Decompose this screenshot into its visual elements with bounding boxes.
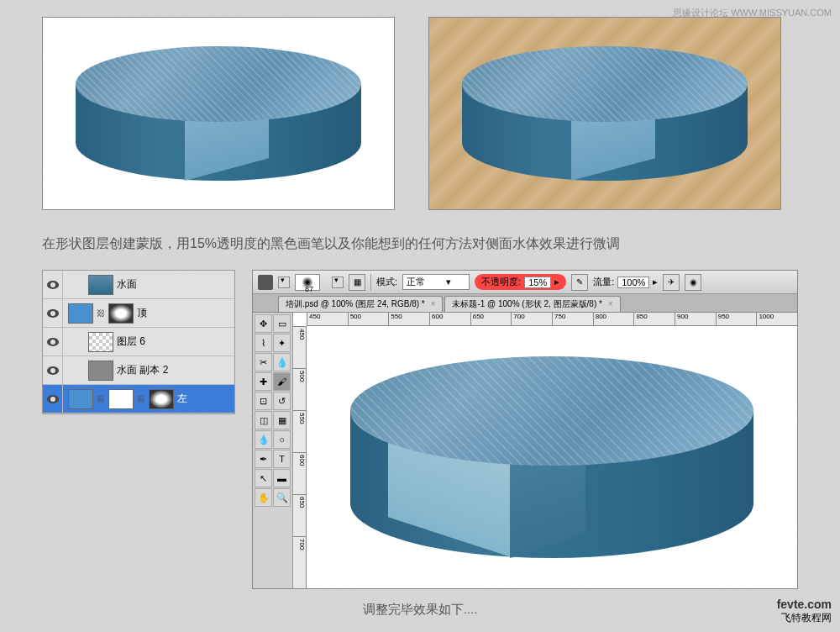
layers-panel: 水面 ⛓ 顶 图层 6 水面 副本 2 — [42, 270, 235, 414]
zoom-tool[interactable]: 🔍 — [273, 488, 291, 507]
fx-thumbnail[interactable] — [108, 303, 134, 324]
brush-dropdown[interactable] — [332, 276, 344, 288]
options-bar: 87 ▦ 模式: 正常 ▾ 不透明度: 15% ▸ ✎ 流量: 100% ▸ ✈… — [253, 271, 797, 294]
example-images-row — [0, 0, 840, 219]
brush-panel-toggle[interactable]: ▦ — [349, 274, 365, 291]
path-tool[interactable]: ↖ — [255, 469, 272, 487]
layer-thumbnail[interactable] — [88, 275, 113, 295]
link-icon: ⛓ — [97, 308, 105, 318]
tools-panel: ✥ ▭ ⌇ ✦ ✂ 💧 ✚ 🖌 ⊡ ↺ ◫ ▦ 💧 ○ ✒ T ↖ ▬ ✋ 🔍 — [253, 313, 293, 588]
layer-row[interactable]: 水面 副本 2 — [43, 356, 234, 385]
tool-preset-dropdown[interactable] — [278, 276, 290, 288]
bottom-caption: 调整完毕效果如下.... — [0, 589, 840, 618]
opacity-value[interactable]: 15% — [524, 276, 551, 288]
pressure-opacity-icon[interactable]: ✎ — [571, 274, 588, 291]
watermark-bottom: fevte.com 飞特教程网 — [777, 598, 832, 625]
dropdown-arrow-icon[interactable]: ▸ — [653, 276, 658, 287]
layer-thumbnail[interactable] — [88, 332, 113, 352]
type-tool[interactable]: T — [273, 450, 291, 468]
water-cylinder-artwork — [350, 356, 753, 558]
healing-tool[interactable]: ✚ — [255, 372, 272, 391]
pressure-size-icon[interactable]: ◉ — [685, 274, 701, 291]
visibility-eye-icon[interactable] — [47, 366, 59, 375]
opacity-control-highlighted[interactable]: 不透明度: 15% ▸ — [475, 274, 566, 290]
dropdown-arrow-icon[interactable]: ▸ — [554, 276, 559, 287]
horizontal-ruler: 450500550 600650700 750800850 9009501000 — [307, 313, 797, 326]
layer-name: 顶 — [137, 306, 147, 320]
vertical-ruler: 450500550 600650700 — [293, 326, 307, 588]
brush-tool[interactable]: 🖌 — [273, 372, 291, 391]
lasso-tool[interactable]: ⌇ — [255, 334, 272, 352]
canvas-area[interactable]: 450500550 600650700 750800850 9009501000… — [293, 313, 797, 588]
brush-tool-icon[interactable] — [258, 275, 273, 290]
eyedropper-tool[interactable]: 💧 — [273, 353, 291, 371]
history-brush-tool[interactable]: ↺ — [273, 392, 291, 410]
close-icon[interactable]: × — [431, 299, 436, 308]
hand-tool[interactable]: ✋ — [255, 488, 272, 507]
blur-tool[interactable]: 💧 — [255, 430, 272, 449]
document-tabs: 培训.psd @ 100% (图层 24, RGB/8) * × 未标题-1 @… — [253, 294, 797, 313]
photoshop-window: 87 ▦ 模式: 正常 ▾ 不透明度: 15% ▸ ✎ 流量: 100% ▸ ✈… — [252, 270, 798, 589]
airbrush-icon[interactable]: ✈ — [663, 274, 680, 291]
dodge-tool[interactable]: ○ — [273, 430, 291, 449]
link-icon: ⛓ — [137, 394, 145, 403]
document-tab[interactable]: 培训.psd @ 100% (图层 24, RGB/8) * × — [278, 296, 443, 312]
move-tool[interactable]: ✥ — [255, 314, 272, 333]
water-cylinder-white-bg — [42, 17, 395, 210]
layer-row[interactable]: 水面 — [43, 271, 234, 299]
visibility-eye-icon[interactable] — [47, 395, 59, 403]
layer-thumbnail[interactable] — [68, 389, 93, 409]
gradient-tool[interactable]: ▦ — [273, 411, 291, 429]
instruction-text: 在形状图层创建蒙版，用15%透明度的黑色画笔以及你能想到的任何方法对侧面水体效果… — [0, 219, 840, 270]
layer-name: 左 — [177, 392, 187, 406]
visibility-eye-icon[interactable] — [47, 309, 59, 318]
water-cylinder-sand-bg — [428, 17, 781, 210]
layer-name: 水面 副本 2 — [117, 363, 168, 377]
eraser-tool[interactable]: ◫ — [255, 411, 272, 429]
shape-tool[interactable]: ▬ — [273, 469, 291, 487]
crop-tool[interactable]: ✂ — [255, 353, 272, 371]
flow-value[interactable]: 100% — [617, 276, 649, 288]
layer-thumbnail[interactable] — [68, 303, 93, 324]
marquee-tool[interactable]: ▭ — [273, 314, 291, 333]
opacity-label: 不透明度: — [481, 276, 521, 288]
pen-tool[interactable]: ✒ — [255, 450, 272, 468]
layer-row-selected[interactable]: ⛓ ⛓ 左 — [43, 385, 234, 413]
mode-label: 模式: — [376, 276, 397, 288]
flow-label: 流量: — [593, 276, 614, 288]
brush-size-value: 87 — [305, 285, 313, 293]
link-icon: ⛓ — [97, 394, 105, 403]
layer-row[interactable]: 图层 6 — [43, 328, 234, 356]
layer-row[interactable]: ⛓ 顶 — [43, 299, 234, 328]
blend-mode-select[interactable]: 正常 ▾ — [402, 274, 470, 290]
fx-thumbnail[interactable] — [149, 389, 174, 409]
close-icon[interactable]: × — [608, 299, 613, 308]
visibility-eye-icon[interactable] — [47, 338, 59, 346]
wand-tool[interactable]: ✦ — [273, 334, 291, 352]
layer-name: 图层 6 — [117, 334, 145, 349]
document-tab[interactable]: 未标题-1 @ 100% (形状 2, 图层蒙版/8) * × — [444, 296, 620, 312]
layer-name: 水面 — [117, 277, 137, 292]
canvas-content[interactable] — [307, 326, 797, 588]
layer-thumbnail[interactable] — [88, 361, 113, 381]
stamp-tool[interactable]: ⊡ — [255, 392, 272, 410]
visibility-eye-icon[interactable] — [47, 281, 59, 289]
mask-thumbnail[interactable] — [108, 389, 134, 409]
